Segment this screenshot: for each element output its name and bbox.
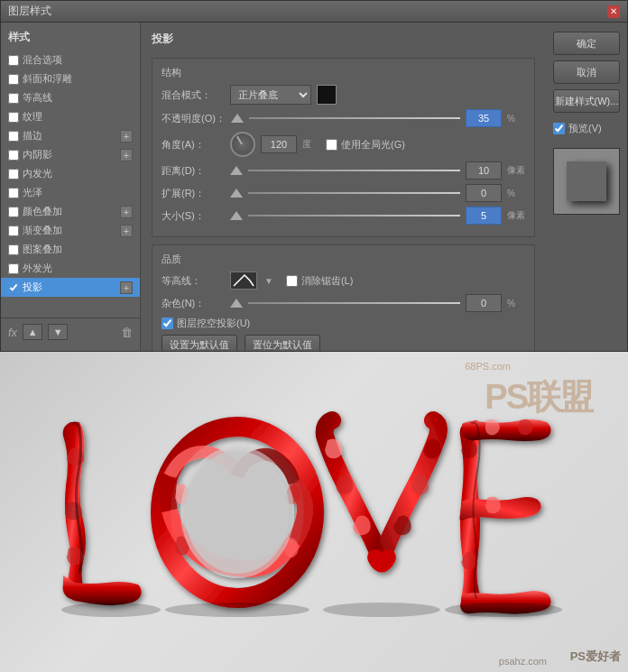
style-checkbox-contour[interactable] xyxy=(8,93,19,104)
new-style-button[interactable]: 新建样式(W)... xyxy=(553,89,620,113)
noise-slider-handle[interactable] xyxy=(230,299,243,308)
style-checkbox-gradientoverlay[interactable] xyxy=(8,226,19,236)
style-checkbox-satin[interactable] xyxy=(8,188,19,198)
styles-panel: 样式 混合选项 斜面和浮雕 等高线 纹理 描边 + xyxy=(1,23,141,351)
style-checkbox-innershadow[interactable] xyxy=(8,150,19,161)
style-checkbox-bevel[interactable] xyxy=(8,74,19,85)
spread-input[interactable] xyxy=(466,184,502,202)
contour-row: 等高线： ▼ 消除锯齿(L) xyxy=(162,272,525,290)
style-checkbox-blend[interactable] xyxy=(8,55,19,66)
distance-input[interactable] xyxy=(466,161,502,180)
blend-mode-row: 混合模式： 正片叠底 正常 滤色 叠加 xyxy=(162,85,525,105)
contour-dropdown-arrow[interactable]: ▼ xyxy=(264,276,273,286)
knockout-label[interactable]: 图层挖空投影(U) xyxy=(162,317,250,330)
style-item-patternoverlay[interactable]: 图案叠加 xyxy=(1,240,140,259)
style-add-innershadow[interactable]: + xyxy=(120,149,133,161)
style-item-bevel[interactable]: 斜面和浮雕 xyxy=(1,69,140,88)
svg-point-5 xyxy=(323,603,440,617)
style-add-stroke[interactable]: + xyxy=(120,130,133,143)
watermark-bottom2: psahz.com xyxy=(499,656,547,667)
antialias-checkbox[interactable] xyxy=(286,275,298,287)
opacity-slider-handle[interactable] xyxy=(231,114,244,123)
style-label-gradientoverlay: 渐变叠加 xyxy=(23,224,62,237)
dialog-title: 图层样式 xyxy=(8,4,51,19)
style-item-gradientoverlay[interactable]: 渐变叠加 + xyxy=(1,221,140,240)
angle-dial[interactable] xyxy=(230,132,255,157)
style-checkbox-dropshadow[interactable] xyxy=(8,282,19,293)
style-item-stroke[interactable]: 描边 + xyxy=(1,126,140,145)
contour-thumbnail[interactable] xyxy=(230,272,257,290)
style-add-coloroverlay[interactable]: + xyxy=(120,206,133,218)
opacity-label: 不透明度(O)： xyxy=(162,112,226,125)
delete-style-button[interactable]: 🗑 xyxy=(121,326,133,339)
style-checkbox-coloroverlay[interactable] xyxy=(8,207,19,217)
opacity-input[interactable] xyxy=(466,109,502,127)
style-item-dropshadow[interactable]: 投影 + xyxy=(1,278,140,297)
distance-slider-handle[interactable] xyxy=(230,166,243,175)
knockout-checkbox[interactable] xyxy=(162,318,173,329)
styles-footer: fx ▲ ▼ 🗑 xyxy=(1,318,140,345)
move-down-button[interactable]: ▼ xyxy=(48,324,68,340)
size-unit: 像素 xyxy=(507,209,525,222)
style-label-texture: 纹理 xyxy=(23,110,42,124)
antialias-text: 消除锯齿(L) xyxy=(301,274,353,288)
style-checkbox-outerglow[interactable] xyxy=(8,263,19,274)
size-slider-handle[interactable] xyxy=(230,211,243,220)
distance-slider-track[interactable] xyxy=(248,170,460,171)
cancel-button[interactable]: 取消 xyxy=(553,60,620,84)
global-light-checkbox[interactable] xyxy=(326,139,337,151)
style-item-innershadow[interactable]: 内阴影 + xyxy=(1,145,140,164)
style-item-coloroverlay[interactable]: 颜色叠加 + xyxy=(1,202,140,221)
spread-slider-handle[interactable] xyxy=(230,189,243,198)
style-add-gradientoverlay[interactable]: + xyxy=(120,225,133,237)
global-light-label[interactable]: 使用全局光(G) xyxy=(326,138,405,152)
style-checkbox-patternoverlay[interactable] xyxy=(8,244,19,255)
svg-point-3 xyxy=(61,603,161,617)
distance-label: 距离(D)： xyxy=(162,164,225,178)
opacity-row: 不透明度(O)： % xyxy=(162,109,525,127)
spread-slider-track[interactable] xyxy=(248,192,460,194)
shadow-color-swatch[interactable] xyxy=(317,85,337,105)
blend-mode-select[interactable]: 正片叠底 正常 滤色 叠加 xyxy=(230,85,311,105)
angle-input[interactable] xyxy=(261,135,297,153)
noise-input[interactable] xyxy=(466,294,502,312)
size-slider-track[interactable] xyxy=(248,215,460,216)
style-item-texture[interactable]: 纹理 xyxy=(1,107,140,126)
noise-slider-track[interactable] xyxy=(248,302,460,304)
size-input[interactable] xyxy=(466,207,502,225)
style-label-contour: 等高线 xyxy=(23,91,52,105)
quality-title: 品质 xyxy=(162,253,525,266)
style-checkbox-stroke[interactable] xyxy=(8,131,19,142)
move-up-button[interactable]: ▲ xyxy=(23,324,42,340)
style-item-outerglow[interactable]: 外发光 xyxy=(1,259,140,278)
quality-group: 品质 等高线： ▼ 消除锯齿(L) xyxy=(152,244,535,351)
style-item-innerglow[interactable]: 内发光 xyxy=(1,164,140,183)
close-button[interactable]: ✕ xyxy=(607,5,620,18)
love-text-container xyxy=(25,382,603,643)
opacity-unit: % xyxy=(507,114,525,124)
style-label-patternoverlay: 图案叠加 xyxy=(23,243,62,256)
distance-unit: 像素 xyxy=(507,164,525,177)
style-item-contour[interactable]: 等高线 xyxy=(1,88,140,107)
blend-mode-label: 混合模式： xyxy=(162,88,225,102)
preview-checkbox[interactable] xyxy=(553,123,565,134)
style-label-stroke: 描边 xyxy=(23,129,42,143)
canvas-panel: 68PS.com PS联盟 PS爱好者 psahz.com xyxy=(0,352,628,672)
style-checkbox-innerglow[interactable] xyxy=(8,169,19,180)
style-label-outerglow: 外发光 xyxy=(23,262,52,275)
dialog-body: 样式 混合选项 斜面和浮雕 等高线 纹理 描边 + xyxy=(1,23,627,351)
button-column: 确定 取消 新建样式(W)... 预览(V) xyxy=(546,23,627,351)
noise-row: 杂色(N)： % xyxy=(162,294,525,312)
style-item-satin[interactable]: 光泽 xyxy=(1,183,140,202)
spread-row: 扩展(R)： % xyxy=(162,184,525,202)
style-checkbox-texture[interactable] xyxy=(8,112,19,123)
antialias-label[interactable]: 消除锯齿(L) xyxy=(286,274,353,288)
dialog-panel: 图层样式 ✕ 样式 混合选项 斜面和浮雕 等高线 纹理 xyxy=(0,0,628,352)
style-item-blend[interactable]: 混合选项 xyxy=(1,51,140,69)
reset-default-button[interactable]: 置位为默认值 xyxy=(245,335,320,351)
watermark-ps-union: PS联盟 xyxy=(485,374,592,420)
ok-button[interactable]: 确定 xyxy=(553,32,620,55)
set-default-button[interactable]: 设置为默认值 xyxy=(162,335,237,351)
style-add-dropshadow[interactable]: + xyxy=(120,281,133,294)
opacity-slider-track[interactable] xyxy=(249,117,460,119)
